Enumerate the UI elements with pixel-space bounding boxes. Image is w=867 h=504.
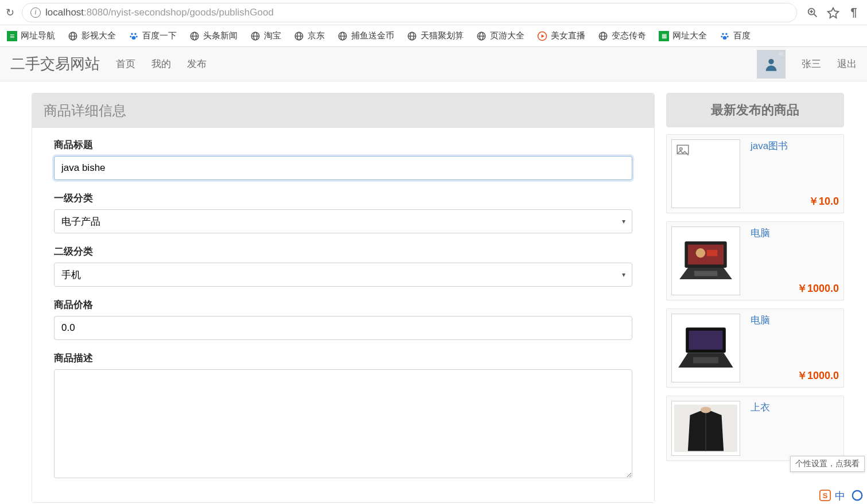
bookmark-item[interactable]: 百度 bbox=[720, 30, 751, 41]
input-title[interactable] bbox=[54, 156, 632, 180]
bookmark-item[interactable]: 影视大全 bbox=[68, 30, 116, 41]
bookmark-label: 百度 bbox=[733, 30, 751, 41]
paw-icon bbox=[129, 31, 139, 41]
svg-point-46 bbox=[696, 248, 706, 258]
reload-icon[interactable]: ↻ bbox=[3, 6, 16, 19]
tray-icons: S 中 bbox=[819, 489, 864, 502]
username[interactable]: 张三 bbox=[802, 57, 821, 71]
paragraph-icon[interactable]: ¶ bbox=[847, 6, 860, 19]
svg-point-37 bbox=[725, 33, 727, 34]
svg-point-38 bbox=[721, 36, 722, 37]
thumb-laptop-icon bbox=[671, 314, 740, 382]
sogou-icon[interactable]: S bbox=[819, 489, 831, 502]
star-icon[interactable] bbox=[827, 6, 839, 19]
tray-icon[interactable]: 中 bbox=[835, 489, 847, 502]
svg-point-8 bbox=[131, 33, 133, 34]
bookmark-label: 页游大全 bbox=[490, 30, 524, 41]
recent-item[interactable]: 上衣 bbox=[666, 396, 844, 461]
globe-icon bbox=[407, 31, 417, 41]
bookmark-label: 淘宝 bbox=[264, 30, 281, 41]
bookmark-label: 头条新闻 bbox=[203, 30, 238, 41]
svg-point-12 bbox=[132, 36, 136, 40]
label-cat2: 二级分类 bbox=[54, 245, 632, 258]
svg-rect-45 bbox=[688, 245, 724, 265]
bookmark-item[interactable]: 头条新闻 bbox=[189, 30, 238, 41]
thumb-jacket-icon bbox=[671, 401, 740, 456]
svg-rect-51 bbox=[689, 331, 723, 350]
svg-point-56 bbox=[701, 407, 711, 413]
svg-point-9 bbox=[134, 33, 136, 34]
bookmark-label: 捕鱼送金币 bbox=[351, 30, 394, 41]
svg-point-11 bbox=[136, 36, 138, 37]
svg-rect-53 bbox=[693, 357, 718, 364]
select-cat2[interactable]: 手机 bbox=[54, 263, 632, 287]
bookmark-label: 京东 bbox=[308, 30, 325, 41]
recent-item[interactable]: java图书 ￥10.0 bbox=[666, 134, 844, 213]
avatar[interactable] bbox=[757, 50, 786, 79]
thumb-laptop-icon bbox=[671, 226, 740, 295]
bookmark-icon: ≡ bbox=[7, 31, 17, 41]
brand[interactable]: 二手交易网站 bbox=[10, 54, 100, 74]
bookmark-bar: ≡网址导航 影视大全 百度一下 头条新闻 淘宝 京东 捕鱼送金币 天猫聚划算 页… bbox=[0, 25, 867, 47]
textarea-desc[interactable] bbox=[54, 369, 632, 478]
recent-item[interactable]: 电脑 ￥1000.0 bbox=[666, 221, 844, 300]
nav-publish[interactable]: 发布 bbox=[187, 57, 207, 71]
input-price[interactable] bbox=[54, 316, 632, 340]
recent-price: ￥10.0 bbox=[808, 194, 839, 208]
svg-point-10 bbox=[130, 36, 131, 37]
bookmark-label: 网址大全 bbox=[672, 30, 707, 41]
recent-price: ￥1000.0 bbox=[797, 369, 839, 382]
logout[interactable]: 退出 bbox=[837, 57, 857, 71]
bookmark-item[interactable]: 淘宝 bbox=[250, 30, 281, 41]
bookmark-item[interactable]: 捕鱼送金币 bbox=[337, 30, 394, 41]
form-panel: 商品详细信息 商品标题 一级分类 电子产品 二级分类 手机 商品价格 商品描述 bbox=[32, 93, 655, 503]
nav-mine[interactable]: 我的 bbox=[151, 57, 171, 71]
svg-point-39 bbox=[727, 36, 729, 37]
svg-point-36 bbox=[722, 33, 724, 34]
bookmark-item[interactable]: 百度一下 bbox=[129, 30, 177, 41]
label-title: 商品标题 bbox=[54, 138, 632, 151]
bookmark-item[interactable]: 京东 bbox=[294, 30, 325, 41]
svg-point-41 bbox=[768, 58, 773, 64]
globe-icon bbox=[337, 31, 348, 41]
bookmark-item[interactable]: 天猫聚划算 bbox=[407, 30, 464, 41]
svg-line-1 bbox=[814, 14, 817, 17]
zoom-icon[interactable] bbox=[806, 6, 819, 19]
bookmark-label: 美女直播 bbox=[551, 30, 585, 41]
svg-text:S: S bbox=[823, 491, 828, 500]
label-cat1: 一级分类 bbox=[54, 192, 632, 205]
globe-icon bbox=[189, 31, 200, 41]
bookmark-label: 百度一下 bbox=[142, 30, 177, 41]
bookmark-label: 天猫聚划算 bbox=[421, 30, 464, 41]
recent-title: 电脑 bbox=[751, 226, 839, 240]
select-cat1[interactable]: 电子产品 bbox=[54, 209, 632, 233]
bookmark-item[interactable]: 变态传奇 bbox=[598, 30, 646, 41]
nav-home[interactable]: 首页 bbox=[116, 57, 135, 71]
recent-title: java图书 bbox=[751, 139, 839, 153]
bookmark-item[interactable]: 页游大全 bbox=[476, 30, 524, 41]
sidebar: 最新发布的商品 java图书 ￥10.0 电脑 ￥1000.0 bbox=[666, 93, 844, 461]
recent-item[interactable]: 电脑 ￥1000.0 bbox=[666, 308, 844, 388]
bookmark-item[interactable]: 美女直播 bbox=[537, 30, 585, 41]
browser-address-bar: ↻ i localhost:8080/nyist-secondshop/good… bbox=[0, 0, 867, 25]
info-icon: i bbox=[30, 7, 41, 18]
bookmark-label: 影视大全 bbox=[81, 30, 116, 41]
video-icon bbox=[537, 31, 547, 41]
bookmark-item[interactable]: ▦网址大全 bbox=[659, 30, 707, 41]
url-host: localhost:8080/nyist-secondshop/goods/pu… bbox=[45, 7, 274, 18]
recent-title: 上衣 bbox=[751, 401, 839, 414]
thumb-broken-icon bbox=[671, 139, 740, 208]
globe-icon bbox=[598, 31, 608, 41]
globe-icon bbox=[476, 31, 487, 41]
url-field[interactable]: i localhost:8080/nyist-secondshop/goods/… bbox=[22, 3, 797, 22]
panel-title: 商品详细信息 bbox=[32, 93, 654, 128]
tray-icon[interactable] bbox=[851, 489, 864, 502]
label-price: 商品价格 bbox=[54, 298, 632, 311]
label-desc: 商品描述 bbox=[54, 351, 632, 365]
svg-rect-47 bbox=[707, 250, 717, 256]
bookmark-item[interactable]: ≡网址导航 bbox=[7, 30, 55, 41]
bookmark-label: 变态传奇 bbox=[612, 30, 646, 41]
sidebar-heading: 最新发布的商品 bbox=[666, 93, 844, 127]
svg-point-43 bbox=[680, 148, 682, 150]
grid-icon: ▦ bbox=[659, 31, 669, 41]
